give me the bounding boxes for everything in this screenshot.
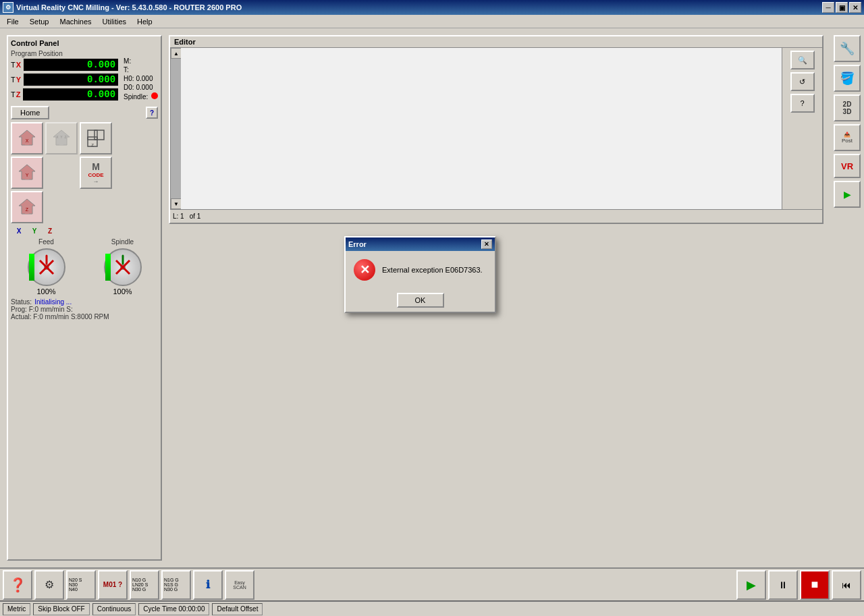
paint-button[interactable]: 🪣: [834, 65, 861, 92]
app-icon: ⚙: [3, 2, 14, 13]
mcode-button[interactable]: M CODE →: [80, 157, 112, 189]
actual-line: Actual: F:0 mm/min S:8000 RPM: [11, 313, 158, 320]
scroll-track[interactable]: [171, 59, 181, 198]
ncode-button-3[interactable]: N1G GN1S GN30 G: [161, 570, 191, 600]
error-title-bar: Error ✕: [346, 237, 495, 251]
title-bar: ⚙ Virtual Reality CNC Milling - Ver: 5.4…: [0, 0, 864, 15]
settings-button[interactable]: 🔧: [834, 35, 861, 62]
editor-title-bar: Editor: [170, 36, 822, 48]
scroll-up-button[interactable]: ▲: [171, 48, 182, 59]
continuous-segment: Continuous: [92, 603, 136, 615]
restore-button[interactable]: ▣: [836, 2, 848, 13]
svg-rect-15: [94, 130, 104, 140]
position-right-info: M: T: H0: 0.000 D0: 0.000 Spindle:: [124, 50, 158, 103]
y-home-button[interactable]: Y: [11, 157, 43, 189]
2d3d-button[interactable]: 2D3D: [834, 94, 861, 121]
post-button[interactable]: 📤Post: [834, 124, 861, 151]
spindle-dial[interactable]: [103, 247, 143, 287]
feed-spindle-row: Feed 100%: [11, 238, 158, 296]
easyscan-button[interactable]: EasySCAN: [225, 570, 254, 600]
z-position-row: T Z 0.000: [11, 88, 121, 101]
svg-rect-10: [59, 140, 63, 145]
close-button[interactable]: ✕: [849, 2, 861, 13]
svg-text:Z: Z: [64, 135, 66, 139]
z-value: 0.000: [23, 88, 118, 101]
toolbar-button-2[interactable]: ⚙: [34, 570, 64, 600]
m01-button[interactable]: M01 ?: [98, 570, 128, 600]
menu-setup[interactable]: Setup: [24, 16, 55, 27]
editor-scrollbar-left: ▲ ▼: [170, 48, 181, 209]
editor-panel: Editor ▲ ▼ 🔍 ↺ ? L: 1 of 1: [169, 35, 824, 224]
z-home-button[interactable]: Z: [11, 191, 43, 223]
stop-toolbar-button[interactable]: ■: [800, 570, 830, 600]
svg-text:Y: Y: [26, 173, 29, 177]
menu-bar: File Setup Machines Utilities Help: [0, 15, 864, 28]
title-bar-text: Virtual Reality CNC Milling - Ver: 5.43.…: [16, 3, 242, 11]
xyz-icons-row: X Y Z: [11, 226, 158, 235]
axis-col-mid: X Y Z: [45, 122, 78, 223]
editor-textarea[interactable]: [181, 48, 782, 209]
y-icon[interactable]: Y: [28, 226, 41, 235]
pause-toolbar-button[interactable]: ⏸: [768, 570, 798, 600]
spindle-indicator: [151, 92, 158, 99]
status-area: Status: Initialising ... Prog: F:0 mm/mi…: [11, 298, 158, 320]
home-button[interactable]: Home: [11, 106, 49, 119]
editor-search-button[interactable]: 🔍: [790, 51, 815, 69]
editor-sidebar: 🔍 ↺ ?: [782, 48, 822, 209]
editor-refresh-button[interactable]: ↺: [790, 72, 815, 91]
error-title-text: Error: [348, 240, 367, 248]
help-toolbar-button[interactable]: ❓: [3, 570, 32, 600]
feed-label: Feed: [38, 238, 54, 246]
ncode-button-1[interactable]: N20 SN30N40: [66, 570, 96, 600]
x-axis-label: T X: [11, 59, 21, 71]
spindle-dial-bg: [104, 248, 142, 286]
metric-segment: Metric: [3, 603, 30, 615]
error-icon: ✕: [354, 259, 375, 281]
play-button[interactable]: ▶: [834, 181, 861, 208]
y-axis-label: T Y: [11, 74, 21, 86]
error-footer: OK: [346, 289, 495, 312]
control-panel-title: Control Panel: [11, 39, 158, 47]
info-button[interactable]: ?: [146, 107, 158, 119]
svg-text:Z: Z: [26, 207, 29, 212]
status-line: Status: Initialising ...: [11, 298, 158, 306]
menu-utilities[interactable]: Utilities: [97, 16, 132, 27]
status-label: Status:: [11, 298, 32, 306]
vr-button[interactable]: VR: [834, 154, 861, 178]
z-axis-label: T Z: [11, 88, 20, 101]
error-dialog: Error ✕ ✕ External exception E06D7363. O…: [344, 236, 496, 313]
menu-help[interactable]: Help: [132, 16, 158, 27]
play-toolbar-button[interactable]: ▶: [736, 570, 766, 600]
svg-text:X: X: [26, 138, 29, 143]
info-toolbar-button[interactable]: ℹ: [193, 570, 223, 600]
xyz-home-button[interactable]: X Y Z: [45, 122, 78, 155]
skip-block-segment: Skip Block OFF: [33, 603, 89, 615]
spindle-percent: 100%: [113, 287, 132, 296]
ncode-button-2[interactable]: N10 GLN20 SN30 G: [130, 570, 159, 600]
x-icon[interactable]: X: [12, 226, 26, 235]
home-row: Home ?: [11, 106, 158, 119]
error-message: External exception E06D7363.: [382, 266, 483, 274]
spindle-dial-label: Spindle: [111, 238, 134, 246]
editor-content-row: ▲ ▼ 🔍 ↺ ?: [170, 48, 822, 209]
y-letter: Y: [16, 76, 21, 84]
feed-dial[interactable]: [26, 247, 67, 287]
axis-buttons-area: X Y Z: [11, 122, 158, 223]
m-label: M:: [124, 57, 158, 65]
z-icon[interactable]: Z: [43, 226, 57, 235]
axis-col-left: X Y Z: [11, 122, 43, 223]
scroll-down-button[interactable]: ▼: [171, 198, 182, 209]
editor-help-button[interactable]: ?: [790, 94, 815, 113]
feed-percent: 100%: [36, 287, 55, 296]
x-home-button[interactable]: X: [11, 122, 43, 155]
menu-file[interactable]: File: [1, 16, 24, 27]
ok-button[interactable]: OK: [397, 293, 444, 308]
svg-rect-14: [88, 130, 97, 140]
t-prefix-x: T: [11, 61, 16, 69]
minimize-button[interactable]: ─: [822, 2, 834, 13]
error-close-button[interactable]: ✕: [481, 240, 492, 249]
rewind-toolbar-button[interactable]: ⏮: [832, 570, 861, 600]
menu-machines[interactable]: Machines: [54, 16, 97, 27]
h0-label: H0: 0.000: [124, 75, 158, 82]
box-view-button[interactable]: Z: [80, 122, 112, 155]
